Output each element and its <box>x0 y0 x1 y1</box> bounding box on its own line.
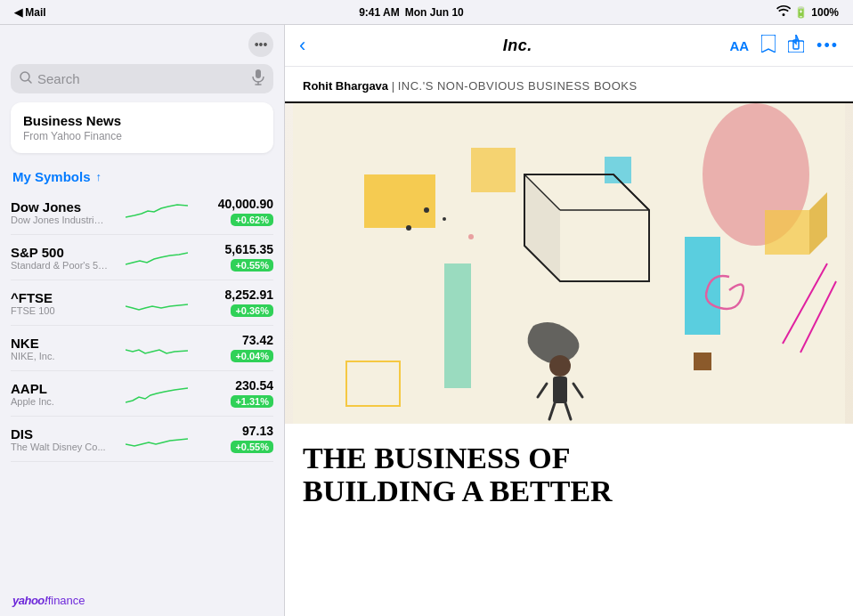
article-illustration <box>285 103 853 424</box>
list-item[interactable]: AAPL Apple Inc. 230.54 +1.31% <box>11 371 273 417</box>
stock-right: 40,000.90 +0.62% <box>193 197 273 227</box>
status-time: 9:41 AM <box>359 6 400 19</box>
share-button[interactable] <box>788 35 804 57</box>
stock-price: 97.13 <box>193 424 273 438</box>
stock-change: +0.04% <box>231 350 273 362</box>
stock-symbol: DIS <box>11 426 120 442</box>
my-symbols-label: My Symbols <box>12 169 91 184</box>
stock-info: S&P 500 Standard & Poor's 500 <box>11 245 120 271</box>
stock-chart <box>126 198 188 226</box>
article-byline: Rohit Bhargava | INC.'S NON-OBVIOUS BUSI… <box>285 67 853 103</box>
svg-point-32 <box>468 234 474 239</box>
stock-price: 5,615.35 <box>193 242 273 256</box>
svg-marker-18 <box>765 210 809 255</box>
stock-change: +1.31% <box>231 395 273 408</box>
article-headline: THE BUSINESS OF BUILDING A BETTER <box>285 424 853 508</box>
svg-rect-28 <box>444 263 471 388</box>
stock-symbol: NKE <box>11 336 120 351</box>
battery-icon: 🔋 <box>794 6 808 19</box>
list-item[interactable]: S&P 500 Standard & Poor's 500 5,615.35 +… <box>11 235 273 280</box>
search-placeholder: Search <box>37 71 247 86</box>
stock-symbol: AAPL <box>11 381 120 396</box>
stock-right: 8,252.91 +0.36% <box>193 288 273 318</box>
svg-point-29 <box>406 225 411 231</box>
stock-chart <box>126 288 188 317</box>
bookmark-button[interactable] <box>761 35 776 57</box>
svg-rect-34 <box>694 353 711 370</box>
stock-change: +0.36% <box>231 304 273 317</box>
stock-price: 40,000.90 <box>193 197 273 211</box>
article-hero-image <box>285 103 853 424</box>
stock-change: +0.62% <box>231 214 273 226</box>
list-item[interactable]: NKE NIKE, Inc. 73.42 +0.04% <box>11 326 273 371</box>
svg-rect-23 <box>553 377 567 403</box>
stock-list: Dow Jones Dow Jones Industrial... 40,000… <box>0 190 284 585</box>
stock-right: 73.42 +0.04% <box>193 333 273 363</box>
status-bar-right: 🔋 100% <box>776 5 839 19</box>
topbar-left: ‹ <box>299 34 305 57</box>
business-news-card[interactable]: Business News From Yahoo Finance <box>11 102 273 153</box>
stock-price: 73.42 <box>193 333 273 347</box>
article-section: INC.'S NON-OBVIOUS BUSINESS BOOKS <box>398 79 638 93</box>
list-item[interactable]: Dow Jones Dow Jones Industrial... 40,000… <box>11 190 273 235</box>
stock-info: ^FTSE FTSE 100 <box>11 290 120 316</box>
list-item[interactable]: DIS The Walt Disney Co... 97.13 +0.55% <box>11 417 273 462</box>
stock-chart <box>126 379 188 408</box>
search-bar[interactable]: Search <box>11 64 273 93</box>
font-size-button[interactable]: AA <box>729 38 749 53</box>
list-item[interactable]: ^FTSE FTSE 100 8,252.91 +0.36% <box>11 280 273 326</box>
stock-right: 97.13 +0.55% <box>193 424 273 454</box>
business-news-title: Business News <box>23 113 261 128</box>
stock-change: +0.55% <box>231 441 273 453</box>
article-content: Rohit Bhargava | INC.'S NON-OBVIOUS BUSI… <box>285 67 853 616</box>
svg-rect-10 <box>471 148 516 192</box>
author-name: Rohit Bhargava <box>303 79 388 93</box>
byline-separator: | <box>392 79 398 93</box>
stock-info: AAPL Apple Inc. <box>11 381 120 407</box>
stock-right: 230.54 +1.31% <box>193 378 273 409</box>
back-to-mail: ◀ Mail <box>14 6 46 19</box>
finance-text: finance <box>48 594 85 607</box>
mic-icon[interactable] <box>252 69 264 88</box>
inc-logo: Inc. <box>503 36 532 54</box>
stock-chart <box>126 425 188 453</box>
article-topbar: ‹ Inc. AA ••• <box>285 25 853 67</box>
svg-point-31 <box>443 217 446 221</box>
status-bar-left: ◀ Mail <box>14 6 46 19</box>
stock-name: Standard & Poor's 500 <box>11 260 109 271</box>
svg-rect-9 <box>364 174 435 228</box>
yahoo-finance-footer: yahoo!finance <box>0 585 284 616</box>
sort-icon[interactable]: ↑ <box>96 170 102 183</box>
stock-name: Apple Inc. <box>11 396 109 407</box>
stock-name: Dow Jones Industrial... <box>11 215 109 225</box>
main-content: ••• Search Business News From Yahoo Fina… <box>0 25 853 616</box>
back-button[interactable]: ‹ <box>299 34 305 57</box>
stocks-more-button[interactable]: ••• <box>248 32 273 57</box>
headline-line1: THE BUSINESS OF <box>303 442 570 474</box>
stock-right: 5,615.35 +0.55% <box>193 242 273 272</box>
my-symbols-header: My Symbols ↑ <box>0 166 284 190</box>
article-source-title: Inc. <box>503 36 532 55</box>
status-bar: ◀ Mail 9:41 AM Mon Jun 10 🔋 100% <box>0 0 853 25</box>
status-date: Mon Jun 10 <box>405 6 464 19</box>
stock-symbol: S&P 500 <box>11 245 120 260</box>
wifi-icon <box>776 5 791 19</box>
stock-name: FTSE 100 <box>11 305 109 316</box>
topbar-right: AA ••• <box>729 35 839 57</box>
stock-symbol: Dow Jones <box>11 199 120 215</box>
battery-percent: 100% <box>811 6 839 19</box>
svg-line-1 <box>28 80 31 83</box>
stock-name: The Walt Disney Co... <box>11 442 109 452</box>
article-panel: ‹ Inc. AA ••• Rohit Bhargava | <box>285 25 853 616</box>
headline-line2: BUILDING A BETTER <box>303 474 613 507</box>
stocks-panel: ••• Search Business News From Yahoo Fina… <box>0 25 285 616</box>
more-options-button[interactable]: ••• <box>816 36 839 55</box>
stock-name: NIKE, Inc. <box>11 351 109 361</box>
stock-chart <box>126 334 188 362</box>
stocks-header: ••• <box>0 25 284 61</box>
svg-rect-11 <box>685 237 720 335</box>
stock-price: 230.54 <box>193 378 273 393</box>
stock-chart <box>126 243 188 272</box>
stock-symbol: ^FTSE <box>11 290 120 305</box>
status-bar-center: 9:41 AM Mon Jun 10 <box>359 6 464 19</box>
